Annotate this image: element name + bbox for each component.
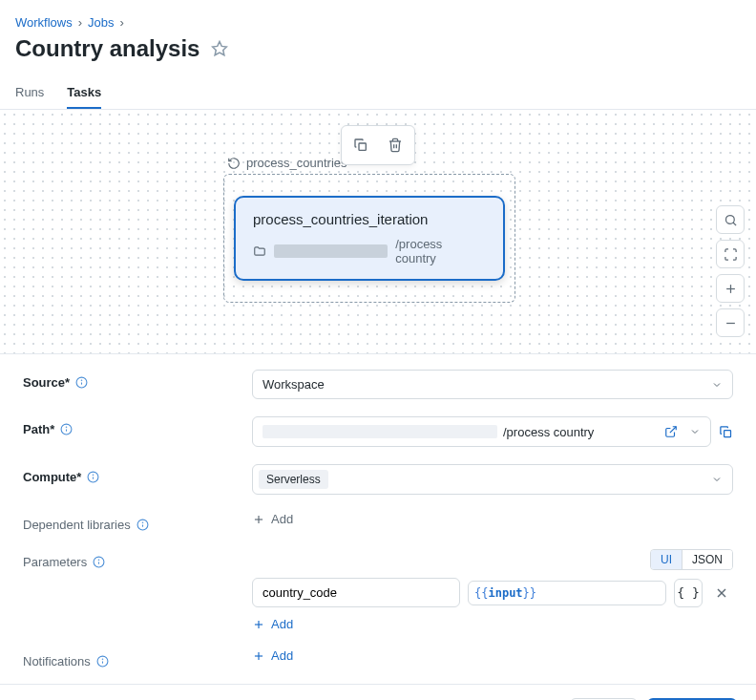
svg-rect-1 — [359, 143, 366, 150]
parameter-row: {{input}} { } — [252, 578, 733, 607]
info-icon[interactable] — [75, 376, 88, 389]
zoom-in-button[interactable] — [716, 274, 745, 303]
row-parameters: Parameters UI JSON {{input}} { } — [23, 549, 733, 631]
tab-tasks[interactable]: Tasks — [67, 77, 101, 109]
toggle-json[interactable]: JSON — [682, 550, 732, 569]
zoom-out-button[interactable] — [716, 308, 745, 337]
info-icon[interactable] — [87, 471, 99, 483]
row-path: Path* /process country — [23, 416, 733, 447]
label-compute-text: Compute* — [23, 470, 81, 484]
loop-icon — [227, 157, 241, 170]
remove-parameter-button[interactable] — [710, 582, 733, 605]
add-parameter-text: Add — [271, 617, 293, 631]
svg-rect-14 — [724, 430, 731, 436]
group-label: process_countries — [246, 156, 347, 170]
breadcrumb-workflows[interactable]: Workflows — [15, 15, 73, 30]
parameter-key-input[interactable] — [252, 578, 460, 607]
info-icon[interactable] — [136, 519, 149, 531]
page-title: Country analysis — [15, 35, 200, 62]
source-value: Workspace — [262, 377, 325, 392]
chevron-right-icon: › — [120, 15, 124, 30]
svg-marker-0 — [213, 42, 227, 55]
label-compute: Compute* — [23, 464, 252, 484]
tabs: Runs Tasks — [0, 77, 756, 110]
insert-template-button[interactable]: { } — [674, 579, 703, 607]
path-input[interactable]: /process country — [252, 416, 711, 447]
svg-point-9 — [81, 380, 82, 381]
breadcrumb: Workflows › Jobs › — [15, 15, 741, 30]
info-icon[interactable] — [96, 655, 109, 668]
chevron-down-icon — [711, 379, 723, 391]
info-icon[interactable] — [60, 423, 73, 435]
compute-tag: Serverless — [259, 470, 328, 489]
external-link-icon[interactable] — [664, 425, 678, 438]
label-notifications-text: Notifications — [23, 654, 91, 668]
row-dependent-libraries: Dependent libraries Add — [23, 512, 733, 532]
parameters-mode-toggle-row: UI JSON — [252, 549, 733, 570]
chevron-down-icon[interactable] — [689, 426, 701, 437]
compute-select[interactable]: Serverless — [252, 464, 733, 495]
title-row: Country analysis — [15, 35, 741, 62]
add-notification-text: Add — [271, 648, 293, 663]
redacted-path-prefix — [262, 425, 497, 438]
task-node[interactable]: process_countries_iteration /process cou… — [234, 196, 505, 281]
folder-icon — [253, 244, 266, 258]
label-source: Source* — [23, 370, 252, 390]
fit-button[interactable] — [716, 240, 745, 268]
add-dependent-library[interactable]: Add — [252, 512, 733, 526]
label-dependent-libraries: Dependent libraries — [23, 512, 252, 532]
label-deplib-text: Dependent libraries — [23, 518, 131, 532]
svg-point-25 — [98, 560, 99, 561]
task-group: process_countries process_countries_iter… — [223, 156, 515, 303]
task-node-sub: /process country — [253, 237, 486, 265]
canvas[interactable]: process_countries process_countries_iter… — [0, 110, 756, 354]
copy-path-icon[interactable] — [719, 425, 733, 439]
add-deplib-text: Add — [271, 512, 293, 526]
canvas-toolbar — [341, 125, 415, 165]
path-suffix: /process country — [503, 425, 594, 439]
row-source: Source* Workspace — [23, 370, 733, 399]
delete-button[interactable] — [380, 130, 410, 160]
svg-line-3 — [733, 223, 736, 225]
svg-line-13 — [670, 427, 676, 433]
task-node-path-suffix: /process country — [395, 237, 486, 265]
tab-runs[interactable]: Runs — [15, 77, 44, 109]
search-button[interactable] — [716, 205, 745, 234]
parameter-value-input[interactable]: {{input}} — [468, 581, 666, 605]
svg-point-2 — [725, 215, 734, 223]
chevron-down-icon — [711, 474, 723, 485]
svg-point-32 — [102, 659, 103, 660]
star-icon[interactable] — [211, 40, 228, 57]
toggle-ui[interactable]: UI — [651, 550, 682, 569]
svg-point-17 — [94, 475, 94, 476]
svg-point-12 — [66, 427, 67, 428]
view-controls — [716, 205, 745, 337]
copy-button[interactable] — [346, 130, 376, 160]
form-panel: Source* Workspace Path* /process country — [0, 354, 756, 684]
label-parameters-text: Parameters — [23, 555, 87, 569]
label-source-text: Source* — [23, 375, 70, 390]
label-parameters: Parameters — [23, 549, 252, 569]
header: Workflows › Jobs › Country analysis — [0, 0, 756, 62]
info-icon[interactable] — [93, 556, 105, 568]
row-compute: Compute* Serverless — [23, 464, 733, 495]
footer: Cancel Create task — [0, 684, 756, 700]
label-notifications: Notifications — [23, 648, 252, 668]
task-node-title: process_countries_iteration — [253, 211, 486, 227]
label-path-text: Path* — [23, 422, 54, 436]
label-path: Path* — [23, 416, 252, 436]
breadcrumb-jobs[interactable]: Jobs — [88, 15, 114, 30]
add-notification[interactable]: Add — [252, 648, 733, 663]
add-parameter[interactable]: Add — [252, 617, 733, 631]
group-box: process_countries_iteration /process cou… — [223, 174, 515, 303]
template-chip: {{input}} — [474, 586, 536, 600]
row-notifications: Notifications Add — [23, 648, 733, 668]
chevron-right-icon: › — [78, 15, 82, 30]
svg-point-20 — [142, 522, 143, 523]
source-select[interactable]: Workspace — [252, 370, 733, 399]
redacted-path — [274, 244, 388, 258]
parameters-mode-toggle: UI JSON — [650, 549, 733, 570]
